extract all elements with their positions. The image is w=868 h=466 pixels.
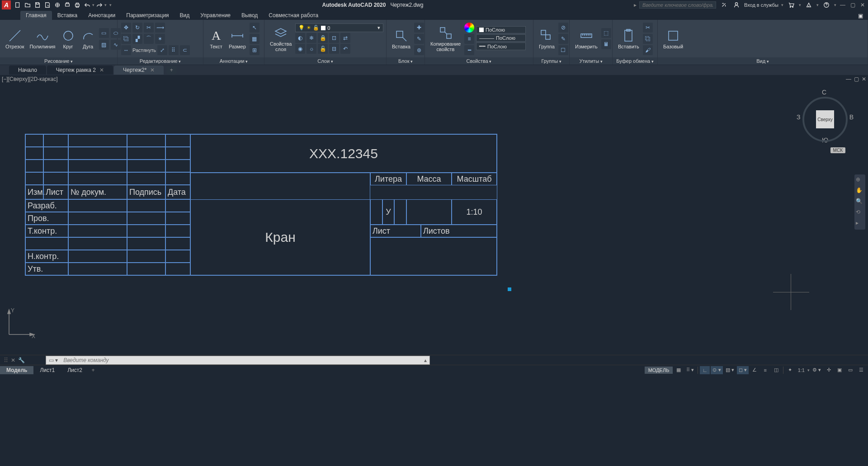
tab-manage[interactable]: Управление [195,11,236,20]
wcs-label[interactable]: МСК [830,147,845,153]
lwt-icon[interactable]: ≡ [760,366,770,374]
tab-parametric[interactable]: Параметризация [121,11,174,20]
minimize-icon[interactable]: — [839,1,846,9]
layer-dropdown[interactable]: 💡☀🔓 0▾ [295,24,383,32]
full-nav-icon[interactable]: ⊕ [856,176,864,184]
panel-block[interactable]: Блок [387,57,425,65]
workspace-icon[interactable]: ✢ [824,366,834,374]
dimension-button[interactable]: Размер [227,28,248,49]
clean-icon[interactable]: ▭ [845,366,855,374]
layer-props-button[interactable]: Свойства слоя [268,26,293,52]
web-icon[interactable] [53,1,61,9]
create-block-icon[interactable]: ✚ [414,23,424,33]
showmotion-icon[interactable]: ▸ [856,220,864,228]
iso-icon[interactable]: ▧ ▾ [724,366,736,374]
select-icon[interactable]: ⬚ [601,28,611,38]
extend-icon[interactable]: ⟿ [155,23,165,33]
drawing-canvas[interactable]: [−][Сверху][2D-каркас] — ▢ ✕ [0,75,868,355]
cart-icon[interactable] [787,1,795,9]
field-icon[interactable]: ⊞ [250,45,259,55]
mirror-icon[interactable]: ▞ [132,34,142,44]
match-props-button[interactable]: Копирование свойств [429,26,462,52]
command-input[interactable] [61,356,421,364]
transparency-icon[interactable]: ◫ [771,366,781,374]
cmd-config-icon[interactable]: 🔧 [18,357,25,363]
annoscale-icon[interactable]: ✦ [785,366,795,374]
panel-utils[interactable]: Утилиты [570,57,612,65]
text-button[interactable]: AТекст [207,28,225,49]
tab-doc1[interactable]: Чертеж рамка 2✕ [47,66,113,75]
viewport-label[interactable]: [−][Сверху][2D-каркас] [2,76,58,82]
app-logo[interactable]: A [2,0,11,9]
lineweight-dropdown[interactable]: ━━ПоСлою [476,42,526,50]
orbit-icon[interactable]: ⟲ [856,209,864,217]
layer-match-icon[interactable]: ⇄ [340,33,350,43]
gear-icon[interactable]: ⚙ ▾ [811,366,823,374]
tab-view[interactable]: Вид [175,11,195,20]
maximize-icon[interactable]: ▢ [849,1,856,9]
rotate-icon[interactable]: ↻ [132,23,142,33]
copy-clip-icon[interactable]: ⿻ [643,34,653,44]
redo-icon[interactable] [95,1,104,9]
osnap-icon[interactable]: ◻ ▾ [737,366,749,374]
tab-output[interactable]: Вывод [236,11,263,20]
layer-uniso-icon[interactable]: ⊟ [329,44,339,54]
paste-button[interactable]: Вставить [616,28,641,49]
tab-doc2[interactable]: Чертеж2*✕ [114,66,164,75]
tab-start[interactable]: Начало [9,66,46,75]
grid-icon[interactable]: ▦ [674,366,684,374]
base-view-button[interactable]: Базовый [661,28,685,49]
group-button[interactable]: Группа [537,28,557,49]
layer-thaw-icon[interactable]: ☼ [307,44,316,54]
otrack-icon[interactable]: ∠ [750,366,760,374]
vp-close-icon[interactable]: ✕ [862,76,866,82]
polar-icon[interactable]: ⊙ ▾ [711,366,722,374]
layer-on-icon[interactable]: ◉ [295,44,305,54]
close-icon[interactable]: ✕ [150,67,155,73]
calc-icon[interactable]: 🖩 [601,39,611,49]
scale-label[interactable]: 1:1 [796,366,807,374]
measure-button[interactable]: Измерить [573,28,599,49]
ungroup-icon[interactable]: ⊘ [558,23,568,33]
tab-home[interactable]: Главная [20,11,52,20]
layer-off-icon[interactable]: ◐ [295,33,305,43]
polyline-button[interactable]: Полилиния [28,28,57,49]
explode-icon[interactable]: ✶ [155,34,165,44]
close-icon[interactable]: ✕ [99,67,104,73]
pan-icon[interactable]: ✋ [856,187,864,195]
title-block-stamp[interactable]: Изм. Лист № докум. Подпись Дата XXX.1234… [25,134,497,276]
panel-draw[interactable]: Рисование [0,57,117,65]
saveas-icon[interactable] [43,1,52,9]
viewcube[interactable]: С Ю В З Сверху [800,89,850,138]
stretch-icon[interactable]: ↔ [121,45,131,55]
tab-collaborate[interactable]: Совместная работа [263,11,324,20]
ribbon-expand-icon[interactable]: ▣ [856,12,864,20]
plot-icon[interactable] [63,1,71,9]
connect-icon[interactable] [720,1,728,9]
new-icon[interactable] [14,1,22,9]
layout-sheet1[interactable]: Лист1 [33,366,61,374]
open-icon[interactable] [24,1,32,9]
tab-annotate[interactable]: Аннотации [83,11,121,20]
vp-min-icon[interactable]: — [846,76,851,82]
fillet-icon[interactable]: ⌒ [144,34,154,44]
status-model[interactable]: МОДЕЛЬ [645,367,673,374]
autodesk-icon[interactable] [805,1,813,9]
tab-insert[interactable]: Вставка [52,11,83,20]
vp-max-icon[interactable]: ▢ [854,76,859,82]
rect-icon[interactable]: ▭ [99,28,109,38]
line-button[interactable]: Отрезок [4,28,26,49]
print-icon[interactable] [73,1,81,9]
panel-groups[interactable]: Группы [533,57,569,65]
close-icon[interactable]: ✕ [859,1,866,9]
ucs-icon[interactable]: Y X [5,308,36,341]
search-input[interactable] [639,1,716,9]
linetype-icon[interactable]: ≡ [464,34,474,44]
layout-sheet2[interactable]: Лист2 [61,366,89,374]
save-icon[interactable] [33,1,42,9]
panel-props[interactable]: Свойства [425,57,533,65]
help-icon[interactable] [822,1,830,9]
trim-icon[interactable]: ✂ [144,23,154,33]
selection-grip[interactable] [508,287,511,291]
ortho-icon[interactable]: ∟ [700,366,710,374]
